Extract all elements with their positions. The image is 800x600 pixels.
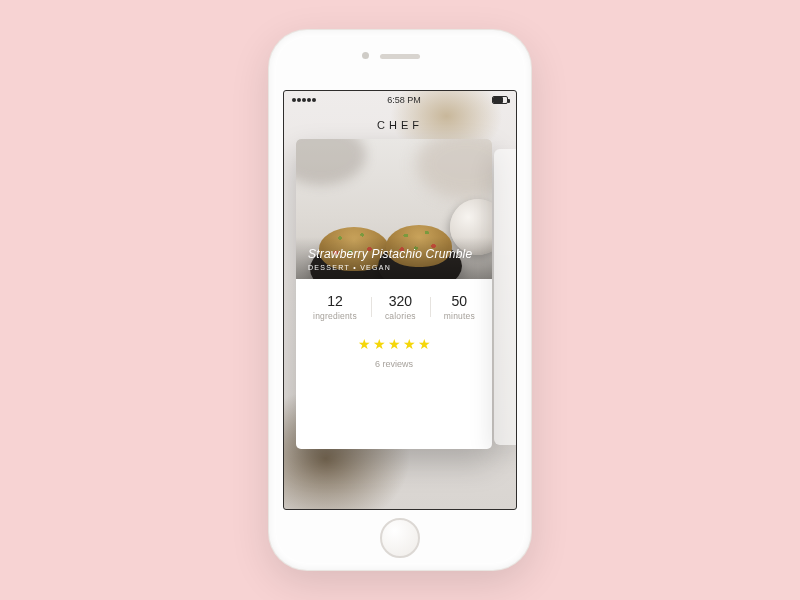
stat-calories: 320 calories [371,293,430,321]
rating-section: ★ ★ ★ ★ ★ 6 reviews [296,331,492,371]
speaker-grille [380,54,420,59]
stat-ingredients: 12 ingredients [299,293,371,321]
signal-strength-icon [292,98,316,102]
photo-overlay: Strawberry Pistachio Crumble DESSERT • V… [296,237,492,279]
star-icon: ★ [403,337,416,351]
recipe-title: Strawberry Pistachio Crumble [308,247,480,261]
status-right [492,96,508,104]
stat-label: calories [385,311,416,321]
home-button[interactable] [380,518,420,558]
recipe-tags: DESSERT • VEGAN [308,264,480,271]
star-rating[interactable]: ★ ★ ★ ★ ★ [358,337,431,351]
stat-value: 12 [313,293,357,309]
star-icon: ★ [373,337,386,351]
stat-value: 50 [444,293,475,309]
front-camera [362,52,369,59]
app-screen: 6:58 PM CHEF Strawberry Pistachio Crumbl… [283,90,517,510]
status-bar: 6:58 PM [284,91,516,109]
star-icon: ★ [388,337,401,351]
battery-icon [492,96,508,104]
recipe-photo: Strawberry Pistachio Crumble DESSERT • V… [296,139,492,279]
star-icon: ★ [358,337,371,351]
phone-device-frame: 6:58 PM CHEF Strawberry Pistachio Crumbl… [269,30,531,570]
recipe-stats-row: 12 ingredients 320 calories 50 minutes [296,279,492,331]
reviews-count[interactable]: 6 reviews [296,359,492,369]
stat-label: minutes [444,311,475,321]
app-title: CHEF [284,109,516,139]
stat-minutes: 50 minutes [430,293,489,321]
recipe-card[interactable]: Strawberry Pistachio Crumble DESSERT • V… [296,139,492,449]
star-icon: ★ [418,337,431,351]
status-time: 6:58 PM [387,95,421,105]
stat-label: ingredients [313,311,357,321]
stat-value: 320 [385,293,416,309]
